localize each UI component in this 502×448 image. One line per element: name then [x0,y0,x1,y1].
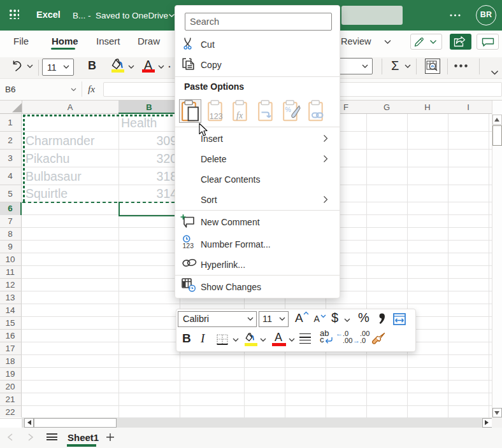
svg-text:%: % [285,106,291,113]
svg-text:123: 123 [209,112,222,121]
svg-text:fx: fx [236,111,243,120]
svg-text:123: 123 [183,242,194,249]
